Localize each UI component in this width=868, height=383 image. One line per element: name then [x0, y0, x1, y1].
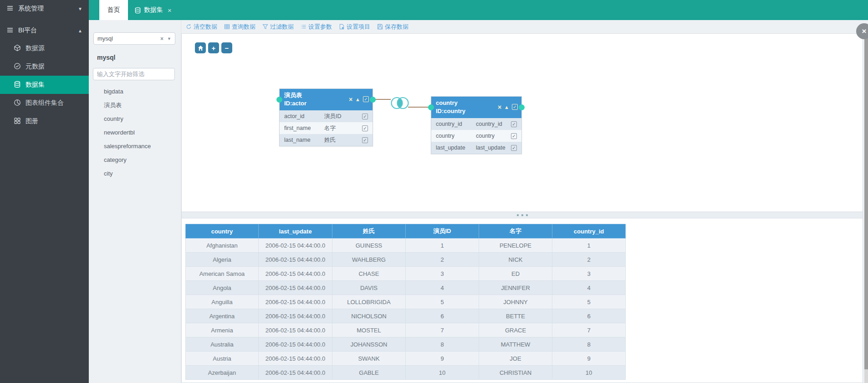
- sidebar-item-label: 图册: [26, 117, 38, 125]
- table-row[interactable]: Algeria2006-02-15 04:44:00.0WAHLBERG2NIC…: [186, 253, 626, 267]
- sidebar-item-label: 数据源: [26, 44, 45, 52]
- datasource-select[interactable]: mysql × ▼: [93, 32, 175, 45]
- field-row[interactable]: last_name 姓氏 ✓: [280, 134, 373, 146]
- node-right-port[interactable]: [370, 97, 376, 103]
- table-list-item[interactable]: salespreformance: [89, 140, 181, 153]
- table-list-item[interactable]: category: [89, 153, 181, 167]
- node-collapse-icon[interactable]: ▲: [355, 97, 360, 102]
- table-list-item[interactable]: city: [89, 167, 181, 181]
- query-data-button[interactable]: 查询数据: [224, 23, 255, 31]
- field-checkbox[interactable]: ✓: [511, 133, 517, 139]
- datasource-group-label: mysql: [97, 54, 115, 61]
- node-tools: × ▲ ✓: [495, 104, 518, 110]
- node-left-port[interactable]: [428, 104, 434, 110]
- zoom-out-button[interactable]: −: [221, 42, 232, 53]
- tab-close-icon[interactable]: ×: [168, 6, 172, 14]
- main-sidebar: 系统管理 ▼ BI平台 ▲ 数据源 元数据 数据集 图表组件集合 图册: [0, 0, 89, 383]
- dataset-node-country[interactable]: country ID:country × ▲ ✓ country_id coun…: [431, 96, 522, 154]
- chevron-down-icon[interactable]: ▼: [167, 36, 171, 41]
- column-header[interactable]: country_id: [552, 224, 626, 238]
- table-row[interactable]: Austria2006-02-15 04:44:00.0SWANK9JOE9: [186, 352, 626, 366]
- sidebar-item-label: 元数据: [26, 62, 45, 71]
- column-header[interactable]: 演员ID: [406, 224, 479, 238]
- tab-dataset[interactable]: 数据集 ×: [128, 0, 178, 20]
- field-row[interactable]: country_id country_id ✓: [431, 118, 521, 130]
- field-checkbox[interactable]: ✓: [511, 145, 517, 151]
- column-header[interactable]: 名字: [479, 224, 552, 238]
- column-header[interactable]: last_update: [259, 224, 332, 238]
- table-row[interactable]: American Samoa2006-02-15 04:44:00.0CHASE…: [186, 267, 626, 281]
- table-row[interactable]: Angola2006-02-15 04:44:00.0DAVIS4JENNIFE…: [186, 281, 626, 295]
- filter-data-button[interactable]: 过滤数据: [262, 23, 294, 31]
- node-header[interactable]: country ID:country × ▲ ✓: [431, 97, 521, 118]
- table-list-item[interactable]: bigdata: [89, 85, 181, 98]
- field-row[interactable]: actor_id 演员ID ✓: [280, 110, 373, 122]
- tab-home[interactable]: 首页: [99, 0, 128, 20]
- field-row[interactable]: country country ✓: [431, 130, 521, 142]
- sidebar-item-chart-components[interactable]: 图表组件集合: [0, 94, 89, 112]
- database-icon: [134, 7, 141, 14]
- canvas-nav-buttons: + −: [195, 42, 235, 53]
- sidebar-group-label: 系统管理: [18, 5, 78, 13]
- close-icon: ×: [862, 27, 867, 36]
- sidebar-group-bi[interactable]: BI平台 ▲: [0, 22, 89, 39]
- field-row[interactable]: first_name 名字 ✓: [280, 122, 373, 134]
- refresh-icon: [186, 24, 192, 30]
- save-data-button[interactable]: 保存数据: [377, 23, 408, 31]
- table-list-item[interactable]: country: [89, 112, 181, 126]
- home-button[interactable]: [195, 42, 206, 53]
- node-left-port[interactable]: [276, 97, 282, 103]
- node-select-all-checkbox[interactable]: ✓: [512, 104, 518, 110]
- field-checkbox[interactable]: ✓: [511, 121, 517, 127]
- column-header[interactable]: 姓氏: [332, 224, 406, 238]
- panel-splitter[interactable]: [181, 212, 863, 218]
- node-select-all-checkbox[interactable]: ✓: [363, 96, 369, 102]
- node-close-icon[interactable]: ×: [349, 97, 352, 102]
- list-icon: [301, 24, 306, 30]
- table-row[interactable]: Anguilla2006-02-15 04:44:00.0LOLLOBRIGID…: [186, 295, 626, 309]
- tab-label: 数据集: [144, 6, 163, 14]
- sidebar-group-system[interactable]: 系统管理 ▼: [0, 0, 89, 17]
- result-table-panel: country last_update 姓氏 演员ID 名字 country_i…: [181, 218, 863, 383]
- sidebar-item-dataset[interactable]: 数据集: [0, 76, 89, 94]
- dataset-tree-panel: mysql × ▼ mysql bigdata 演员表 country newo…: [89, 20, 181, 383]
- node-header[interactable]: 演员表 ID:actor × ▲ ✓: [280, 89, 373, 110]
- zoom-in-button[interactable]: +: [208, 42, 219, 53]
- field-row[interactable]: last_update last_update ✓: [431, 142, 521, 154]
- clear-data-button[interactable]: 清空数据: [186, 23, 217, 31]
- table-row[interactable]: Australia2006-02-15 04:44:00.0JOHANSSON8…: [186, 337, 626, 352]
- table-filter-input[interactable]: [93, 68, 175, 80]
- node-collapse-icon[interactable]: ▲: [504, 104, 509, 110]
- menu-icon: [6, 5, 14, 13]
- table-row[interactable]: Armenia2006-02-15 04:44:00.0MOSTEL7GRACE…: [186, 323, 626, 337]
- node-right-port[interactable]: [519, 104, 525, 110]
- table-list-item[interactable]: newordertbl: [89, 126, 181, 140]
- document-icon: [339, 24, 345, 30]
- scrollbar-thumb[interactable]: [864, 33, 868, 369]
- datasource-select-value: mysql: [97, 35, 160, 42]
- sidebar-item-label: 数据集: [26, 81, 45, 89]
- column-header[interactable]: country: [186, 224, 259, 238]
- join-designer-canvas[interactable]: + − 演员表 ID:actor × ▲ ✓ actor_id 演员ID ✓ f…: [181, 33, 863, 212]
- dataset-node-actor[interactable]: 演员表 ID:actor × ▲ ✓ actor_id 演员ID ✓ first…: [279, 88, 373, 146]
- sidebar-item-atlas[interactable]: 图册: [0, 112, 89, 130]
- menu-icon: [6, 26, 14, 35]
- set-project-button[interactable]: 设置项目: [339, 23, 370, 31]
- sidebar-group-label: BI平台: [18, 26, 78, 35]
- dataset-toolbar: 清空数据 查询数据 过滤数据 设置参数 设置项目 保存数据: [89, 20, 868, 33]
- table-row[interactable]: Azerbaijan2006-02-15 04:44:00.0GABLE10CH…: [186, 366, 626, 380]
- field-checkbox[interactable]: ✓: [362, 137, 368, 143]
- clear-icon[interactable]: ×: [160, 36, 163, 42]
- table-list-item[interactable]: 演员表: [89, 98, 181, 112]
- field-checkbox[interactable]: ✓: [362, 125, 368, 131]
- table-row[interactable]: Afghanistan2006-02-15 04:44:00.0GUINESS1…: [186, 238, 626, 253]
- sidebar-item-metadata[interactable]: 元数据: [0, 57, 89, 76]
- join-icon[interactable]: [390, 93, 410, 113]
- field-checkbox[interactable]: ✓: [362, 114, 368, 119]
- set-parameters-button[interactable]: 设置参数: [301, 23, 332, 31]
- node-close-icon[interactable]: ×: [498, 104, 501, 110]
- database-icon: [14, 81, 21, 89]
- vertical-scrollbar[interactable]: [864, 33, 868, 383]
- table-row[interactable]: Argentina2006-02-15 04:44:00.0NICHOLSON6…: [186, 309, 626, 323]
- sidebar-item-datasource[interactable]: 数据源: [0, 39, 89, 57]
